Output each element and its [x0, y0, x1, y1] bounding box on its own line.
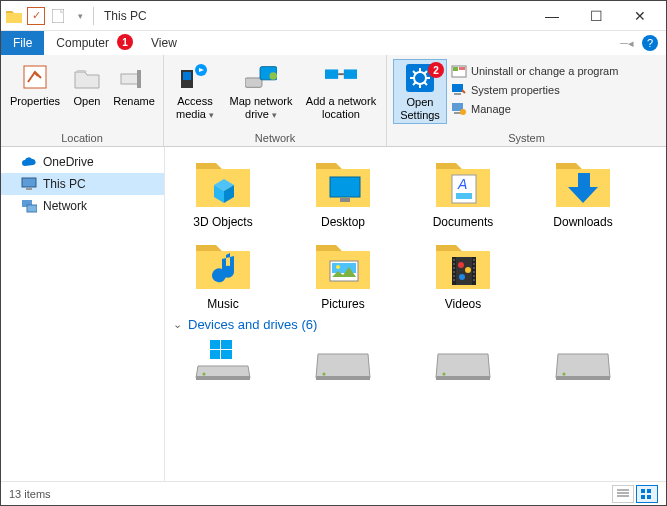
open-button[interactable]: Open	[67, 59, 107, 110]
folder-3d-objects[interactable]: 3D Objects	[177, 155, 269, 229]
svg-rect-20	[454, 112, 461, 114]
svg-rect-66	[641, 495, 645, 499]
close-button[interactable]: ✕	[618, 2, 662, 30]
svg-rect-43	[473, 259, 475, 261]
folder-pictures[interactable]: Pictures	[297, 237, 389, 311]
folder-music[interactable]: Music	[177, 237, 269, 311]
window-title: This PC	[104, 9, 147, 23]
uninstall-program-button[interactable]: Uninstall or change a program	[451, 63, 618, 79]
folder-desktop[interactable]: Desktop	[297, 155, 389, 229]
cloud-icon	[21, 154, 37, 170]
folders-grid: 3D Objects Desktop A Documents	[177, 155, 662, 311]
drive-icon	[314, 340, 372, 382]
open-settings-label: Open Settings	[396, 96, 444, 121]
drive-item[interactable]	[537, 340, 629, 382]
drive-item[interactable]	[177, 340, 269, 382]
open-settings-button[interactable]: 2 Open Settings	[393, 59, 447, 124]
svg-rect-18	[454, 93, 461, 95]
group-label-system: System	[393, 130, 660, 144]
add-network-location-button[interactable]: Add a network location	[302, 59, 380, 122]
folder-label: Documents	[433, 215, 494, 229]
svg-rect-48	[473, 279, 475, 281]
chevron-down-icon: ⌄	[173, 318, 182, 331]
drive-item[interactable]	[297, 340, 389, 382]
folder-icon	[5, 7, 23, 25]
svg-rect-17	[452, 84, 463, 92]
document-icon[interactable]	[49, 7, 67, 25]
rename-button[interactable]: Rename	[111, 59, 157, 110]
access-media-button[interactable]: Access media ▾	[170, 59, 220, 122]
svg-rect-30	[456, 193, 472, 199]
manage-button[interactable]: Manage	[451, 101, 618, 117]
svg-rect-38	[453, 263, 455, 265]
sidebar-item-this-pc[interactable]: This PC	[1, 173, 164, 195]
status-bar: 13 items	[1, 481, 666, 505]
folder-label: Music	[207, 297, 238, 311]
tab-file[interactable]: File	[1, 31, 44, 55]
properties-icon	[19, 61, 51, 93]
details-view-button[interactable]	[612, 485, 634, 503]
properties-button[interactable]: Properties	[7, 59, 63, 110]
map-network-drive-button[interactable]: Map network drive ▾	[224, 59, 298, 122]
svg-rect-32	[332, 263, 356, 273]
ribbon-right-controls: ─◂ ?	[620, 31, 666, 55]
annotation-badge-2: 2	[428, 62, 444, 78]
drive-item[interactable]	[417, 340, 509, 382]
add-location-label: Add a network location	[304, 95, 378, 120]
pin-icon[interactable]: ─◂	[620, 37, 634, 50]
checkbox-checked-icon[interactable]: ✓	[27, 7, 45, 25]
svg-rect-65	[647, 489, 651, 493]
svg-rect-15	[453, 67, 458, 71]
drives-grid	[177, 340, 662, 382]
sidebar-label: This PC	[43, 177, 86, 191]
svg-point-51	[459, 274, 465, 280]
sidebar-item-onedrive[interactable]: OneDrive	[1, 151, 164, 173]
folder-icon-3d	[192, 155, 254, 211]
system-properties-icon	[451, 82, 467, 98]
title-bar: ✓ ▾ This PC — ☐ ✕	[1, 1, 666, 31]
folder-videos[interactable]: Videos	[417, 237, 509, 311]
folder-icon-pictures	[312, 237, 374, 293]
svg-point-57	[203, 373, 206, 376]
svg-point-63	[563, 373, 566, 376]
svg-rect-2	[121, 74, 139, 84]
sidebar-item-network[interactable]: Network	[1, 195, 164, 217]
help-icon[interactable]: ?	[642, 35, 658, 51]
tab-computer[interactable]: Computer 1	[44, 31, 121, 55]
maximize-button[interactable]: ☐	[574, 2, 618, 30]
content-pane[interactable]: 3D Objects Desktop A Documents	[165, 147, 666, 481]
rename-icon	[118, 61, 150, 93]
svg-point-50	[465, 267, 471, 273]
map-drive-icon	[245, 61, 277, 93]
item-count: 13 items	[9, 488, 51, 500]
ribbon-group-network: Access media ▾ Map network drive ▾ Add a…	[164, 55, 387, 146]
svg-rect-1	[24, 66, 46, 88]
svg-rect-16	[459, 67, 465, 70]
folder-documents[interactable]: A Documents	[417, 155, 509, 229]
folder-label: Desktop	[321, 215, 365, 229]
devices-section-header[interactable]: ⌄ Devices and drives (6)	[173, 317, 662, 332]
devices-header-text: Devices and drives (6)	[188, 317, 317, 332]
qat-dropdown-icon[interactable]: ▾	[71, 7, 89, 25]
group-label-network: Network	[170, 130, 380, 144]
svg-rect-44	[473, 263, 475, 265]
manage-icon	[451, 101, 467, 117]
svg-point-61	[443, 373, 446, 376]
svg-rect-41	[453, 275, 455, 277]
network-icon	[21, 198, 37, 214]
system-properties-button[interactable]: System properties	[451, 82, 618, 98]
uninstall-label: Uninstall or change a program	[471, 65, 618, 77]
uninstall-icon	[451, 63, 467, 79]
svg-rect-11	[344, 69, 357, 78]
svg-rect-62	[556, 376, 610, 380]
svg-rect-67	[647, 495, 651, 499]
group-label-location: Location	[7, 130, 157, 144]
folder-label: Videos	[445, 297, 481, 311]
minimize-button[interactable]: —	[530, 2, 574, 30]
folder-downloads[interactable]: Downloads	[537, 155, 629, 229]
svg-rect-55	[221, 350, 232, 359]
tab-view[interactable]: View	[139, 31, 189, 55]
icons-view-button[interactable]	[636, 485, 658, 503]
quick-access-toolbar: ✓ ▾	[5, 7, 89, 25]
svg-point-9	[269, 72, 277, 80]
